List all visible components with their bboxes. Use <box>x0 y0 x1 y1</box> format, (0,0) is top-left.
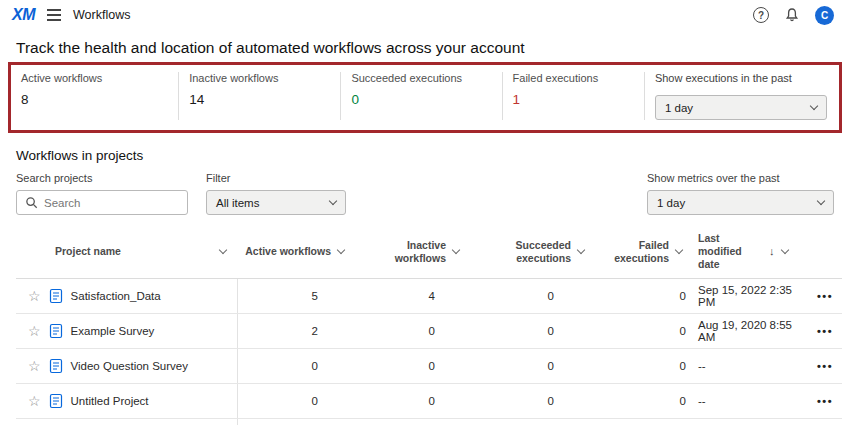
column-header-failed-executions[interactable]: Failed executions <box>596 239 694 265</box>
chevron-down-icon <box>780 246 788 254</box>
search-input[interactable] <box>44 197 179 209</box>
chevron-down-icon <box>675 246 683 254</box>
notifications-bell-icon[interactable] <box>784 7 800 23</box>
page-title: Track the health and location of automat… <box>0 30 850 62</box>
chevron-down-icon <box>219 246 227 254</box>
active-workflows-value: 0 <box>238 360 356 372</box>
top-bar: XM Workflows ? C <box>0 0 850 30</box>
row-actions-menu-button[interactable]: ••• <box>808 360 842 372</box>
stat-value: 14 <box>189 92 340 107</box>
sort-descending-icon: ↓ <box>769 245 775 259</box>
column-header-inactive-workflows[interactable]: Inactive workflows <box>356 239 471 265</box>
survey-project-icon <box>49 323 63 339</box>
filter-dropdown[interactable]: All items <box>206 190 346 215</box>
column-header-last-modified[interactable]: Last modified date ↓ <box>694 232 808 271</box>
succeeded-executions-value: 0 <box>471 360 596 372</box>
active-workflows-value: 0 <box>238 395 356 407</box>
chevron-down-icon <box>817 197 825 205</box>
table-row[interactable]: ☆ TEST 0 0 0 0 -- ••• <box>16 419 842 425</box>
filter-group: Filter All items <box>206 172 346 215</box>
last-modified-value: -- <box>694 360 808 372</box>
project-name-link[interactable]: Satisfaction_Data <box>71 290 161 302</box>
project-name-cell: ☆ TEST <box>16 419 238 425</box>
last-modified-value: Aug 19, 2020 8:55 AM <box>694 319 808 343</box>
hamburger-menu-icon[interactable] <box>47 9 61 21</box>
chevron-down-icon <box>329 197 337 205</box>
search-projects-label: Search projects <box>16 172 188 184</box>
stat-value: 1 <box>513 92 644 107</box>
project-name-cell: ☆ Satisfaction_Data <box>16 279 238 313</box>
executions-period-group: Show executions in the past 1 day <box>644 72 839 120</box>
failed-executions-value: 0 <box>596 395 694 407</box>
metrics-period-group: Show metrics over the past 1 day <box>647 172 834 215</box>
inactive-workflows-value: 0 <box>356 325 471 337</box>
xm-logo: XM <box>12 6 35 24</box>
stat-succeeded-executions: Succeeded executions 0 <box>340 72 501 120</box>
favorite-star-icon[interactable]: ☆ <box>28 289 41 303</box>
projects-section-title: Workflows in projects <box>16 148 834 163</box>
inactive-workflows-value: 0 <box>356 360 471 372</box>
stat-label: Active workflows <box>21 72 178 84</box>
user-avatar[interactable]: C <box>815 6 834 25</box>
succeeded-executions-value: 0 <box>471 325 596 337</box>
project-name-link[interactable]: Video Question Survey <box>71 360 188 372</box>
stat-value: 8 <box>21 92 178 107</box>
row-actions-menu-button[interactable]: ••• <box>808 325 842 337</box>
help-icon[interactable]: ? <box>753 7 769 23</box>
project-name-link[interactable]: Example Survey <box>71 325 155 337</box>
stat-value: 0 <box>351 92 501 107</box>
failed-executions-value: 0 <box>596 290 694 302</box>
column-header-project-name[interactable]: Project name <box>16 245 238 258</box>
table-controls: Search projects Filter All items Show me… <box>0 163 850 227</box>
survey-project-icon <box>49 288 63 304</box>
table-row[interactable]: ☆ Untitled Project 0 0 0 0 -- ••• <box>16 384 842 419</box>
search-group: Search projects <box>16 172 188 215</box>
search-icon <box>25 196 38 209</box>
failed-executions-value: 0 <box>596 325 694 337</box>
survey-project-icon <box>49 393 63 409</box>
table-row[interactable]: ☆ Example Survey 2 0 0 0 Aug 19, 2020 8:… <box>16 314 842 349</box>
favorite-star-icon[interactable]: ☆ <box>28 394 41 408</box>
workflow-stats-annotation-box: Active workflows 8 Inactive workflows 14… <box>8 62 842 133</box>
projects-table: Project name Active workflows Inactive w… <box>16 227 842 425</box>
row-actions-menu-button[interactable]: ••• <box>808 395 842 407</box>
table-body: ☆ Satisfaction_Data 5 4 0 0 Sep 15, 2022… <box>16 279 842 425</box>
metrics-period-label: Show metrics over the past <box>647 172 834 184</box>
inactive-workflows-value: 4 <box>356 290 471 302</box>
executions-period-value: 1 day <box>665 102 693 114</box>
table-header-row: Project name Active workflows Inactive w… <box>16 227 842 279</box>
succeeded-executions-value: 0 <box>471 290 596 302</box>
filter-value: All items <box>216 197 259 209</box>
active-workflows-value: 5 <box>238 290 356 302</box>
chevron-down-icon <box>810 102 818 110</box>
column-header-succeeded-executions[interactable]: Succeeded executions <box>471 239 596 265</box>
favorite-star-icon[interactable]: ☆ <box>28 324 41 338</box>
executions-period-label: Show executions in the past <box>655 72 827 84</box>
search-box[interactable] <box>16 190 188 215</box>
last-modified-value: -- <box>694 395 808 407</box>
survey-project-icon <box>49 358 63 374</box>
stat-label: Succeeded executions <box>351 72 501 84</box>
filter-label: Filter <box>206 172 346 184</box>
table-row[interactable]: ☆ Video Question Survey 0 0 0 0 -- ••• <box>16 349 842 384</box>
project-name-link[interactable]: Untitled Project <box>71 395 149 407</box>
last-modified-value: Sep 15, 2022 2:35 PM <box>694 284 808 308</box>
metrics-period-dropdown[interactable]: 1 day <box>647 190 834 215</box>
stat-label: Failed executions <box>513 72 644 84</box>
favorite-star-icon[interactable]: ☆ <box>28 359 41 373</box>
project-name-cell: ☆ Example Survey <box>16 314 238 348</box>
chevron-down-icon <box>452 246 460 254</box>
succeeded-executions-value: 0 <box>471 395 596 407</box>
active-workflows-value: 2 <box>238 325 356 337</box>
row-actions-menu-button[interactable]: ••• <box>808 290 842 302</box>
metrics-period-value: 1 day <box>657 197 685 209</box>
stat-active-workflows: Active workflows 8 <box>11 72 178 120</box>
project-name-cell: ☆ Video Question Survey <box>16 349 238 383</box>
table-row[interactable]: ☆ Satisfaction_Data 5 4 0 0 Sep 15, 2022… <box>16 279 842 314</box>
app-title: Workflows <box>73 8 130 22</box>
column-header-active-workflows[interactable]: Active workflows <box>238 245 356 258</box>
stat-inactive-workflows: Inactive workflows 14 <box>178 72 340 120</box>
inactive-workflows-value: 0 <box>356 395 471 407</box>
chevron-down-icon <box>337 246 345 254</box>
executions-period-dropdown[interactable]: 1 day <box>655 95 827 120</box>
